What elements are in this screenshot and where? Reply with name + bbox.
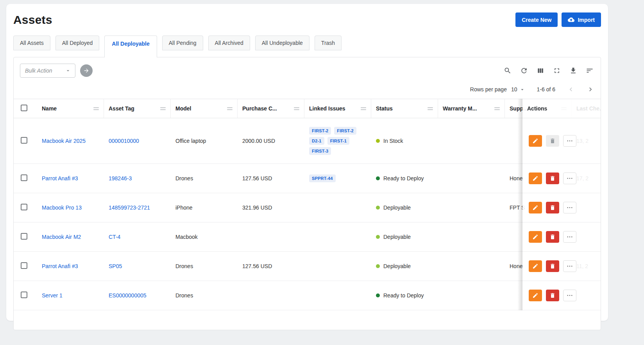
more-dots-icon: [566, 292, 573, 299]
next-page-button[interactable]: [587, 85, 594, 93]
pencil-icon: [532, 234, 538, 240]
asset-name-link[interactable]: Macbook Air 2025: [42, 138, 86, 144]
assets-table: Name Asset Tag Model Purchase C... Linke…: [14, 99, 601, 310]
column-drag-handle[interactable]: [160, 107, 166, 111]
delete-button[interactable]: [546, 202, 559, 213]
bulk-action-select[interactable]: Bulk Action: [20, 64, 75, 78]
pencil-icon: [532, 263, 538, 269]
asset-name-link[interactable]: Parrot Anafi #3: [42, 175, 78, 181]
column-header-status: Status: [376, 105, 393, 112]
linked-issue-badge[interactable]: FIRST-1: [327, 137, 349, 145]
download-button[interactable]: [569, 66, 578, 75]
row-checkbox[interactable]: [21, 233, 27, 240]
more-actions-button[interactable]: [563, 290, 576, 301]
edit-button[interactable]: [529, 231, 542, 243]
table-row: Server 1 ES0000000005 Drones Ready to De…: [14, 281, 601, 310]
columns-button[interactable]: [536, 66, 545, 75]
row-checkbox[interactable]: [21, 292, 27, 298]
more-actions-button[interactable]: [563, 260, 576, 272]
linked-issue-badge[interactable]: FIRST-2: [309, 127, 331, 135]
status-dot: [376, 206, 380, 210]
refresh-button[interactable]: [519, 66, 529, 75]
model-cell: Macbook: [175, 234, 198, 240]
tab-all-archived[interactable]: All Archived: [208, 36, 250, 50]
linked-issue-badge[interactable]: D2-1: [309, 137, 324, 145]
asset-tag-link[interactable]: SP05: [109, 263, 122, 269]
edit-button[interactable]: [529, 172, 542, 184]
create-new-button[interactable]: Create New: [515, 12, 558, 27]
rows-per-page-select[interactable]: Rows per page 10: [470, 86, 525, 92]
tab-trash[interactable]: Trash: [315, 36, 342, 50]
asset-name-link[interactable]: Macbook Pro 13: [42, 205, 82, 211]
edit-button[interactable]: [529, 135, 542, 147]
column-drag-handle[interactable]: [93, 107, 99, 111]
trash-icon: [549, 263, 556, 269]
edit-button[interactable]: [529, 290, 542, 301]
search-button[interactable]: [503, 66, 512, 75]
bulk-apply-button[interactable]: [80, 64, 93, 77]
tab-all-deployed[interactable]: All Deployed: [55, 36, 100, 50]
row-actions: [527, 231, 596, 243]
more-actions-button[interactable]: [563, 135, 576, 147]
row-checkbox[interactable]: [21, 174, 27, 181]
page-header: Assets Create New Import: [13, 12, 601, 27]
more-actions-button[interactable]: [563, 202, 576, 213]
edit-button[interactable]: [529, 260, 542, 272]
row-checkbox[interactable]: [21, 262, 27, 269]
column-header-purchase-cost: Purchase C...: [242, 105, 277, 112]
linked-issue-badge[interactable]: FIRST-3: [309, 147, 331, 155]
more-dots-icon: [566, 263, 573, 270]
column-drag-handle[interactable]: [428, 107, 433, 111]
column-drag-handle[interactable]: [227, 107, 233, 111]
asset-name-link[interactable]: Server 1: [42, 292, 63, 299]
fullscreen-button[interactable]: [552, 66, 562, 75]
linked-issue-badge[interactable]: FIRST-2: [334, 127, 356, 135]
chevron-down-icon: [519, 87, 525, 92]
pagination-range: 1-6 of 6: [537, 86, 555, 92]
asset-name-link[interactable]: Parrot Anafi #3: [42, 263, 78, 269]
asset-tag-link[interactable]: 0000010000: [109, 138, 139, 144]
filter-button[interactable]: [585, 66, 594, 75]
column-drag-handle[interactable]: [361, 107, 366, 111]
previous-page-button[interactable]: [567, 85, 575, 93]
status-dot: [376, 264, 380, 268]
column-drag-handle[interactable]: [494, 107, 500, 111]
asset-tag-link[interactable]: CT-4: [109, 234, 120, 240]
linked-issue-badge[interactable]: SPPRT-44: [309, 174, 336, 182]
select-all-checkbox[interactable]: [21, 105, 27, 111]
edit-button[interactable]: [529, 202, 542, 213]
column-header-model: Model: [175, 105, 191, 112]
row-actions: [527, 172, 596, 184]
asset-tag-link[interactable]: ES0000000005: [109, 292, 147, 299]
chevron-down-icon: [65, 68, 71, 74]
asset-tag-link[interactable]: 148599723-2721: [109, 205, 150, 211]
more-dots-icon: [566, 175, 573, 182]
delete-button[interactable]: [546, 172, 559, 184]
asset-tag-link[interactable]: 198246-3: [109, 175, 132, 181]
fullscreen-icon: [553, 67, 561, 75]
column-drag-handle[interactable]: [294, 107, 299, 111]
tab-all-deployable[interactable]: All Deployable: [104, 36, 157, 57]
column-header-warranty: Warranty M...: [443, 105, 477, 112]
table-toolbar: Bulk Action: [14, 57, 601, 78]
delete-button[interactable]: [546, 135, 559, 147]
table-header-row: Name Asset Tag Model Purchase C... Linke…: [14, 99, 601, 118]
row-actions: [527, 135, 596, 147]
delete-button[interactable]: [546, 231, 559, 243]
tab-all-undeployable[interactable]: All Undeployable: [255, 36, 309, 50]
row-checkbox[interactable]: [21, 137, 27, 144]
assets-panel: Bulk Action: [13, 57, 601, 330]
model-cell: Drones: [175, 175, 193, 181]
linked-issues-cell: SPPRT-44: [309, 174, 367, 182]
more-actions-button[interactable]: [563, 172, 576, 184]
pencil-icon: [532, 205, 538, 211]
import-button[interactable]: Import: [562, 12, 601, 27]
refresh-icon: [520, 67, 528, 75]
tab-all-pending[interactable]: All Pending: [162, 36, 203, 50]
asset-name-link[interactable]: Macbook Air M2: [42, 234, 81, 240]
more-actions-button[interactable]: [563, 231, 576, 243]
delete-button[interactable]: [546, 260, 559, 272]
delete-button[interactable]: [546, 290, 559, 301]
row-checkbox[interactable]: [21, 204, 27, 210]
tab-all-assets[interactable]: All Assets: [13, 36, 50, 50]
